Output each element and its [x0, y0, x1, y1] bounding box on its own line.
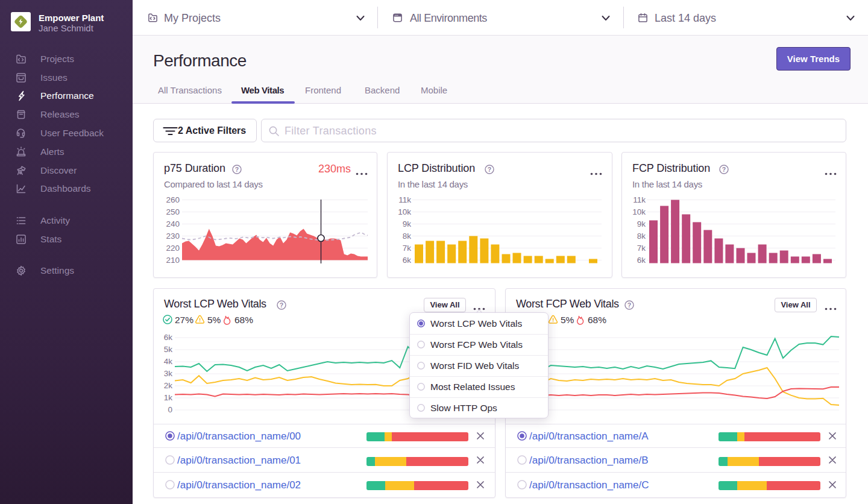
svg-text:?: ?: [627, 301, 631, 309]
svg-text:?: ?: [235, 166, 239, 173]
svg-text:?: ?: [722, 166, 726, 173]
svg-text:?: ?: [488, 166, 491, 173]
svg-text:?: ?: [280, 301, 283, 309]
